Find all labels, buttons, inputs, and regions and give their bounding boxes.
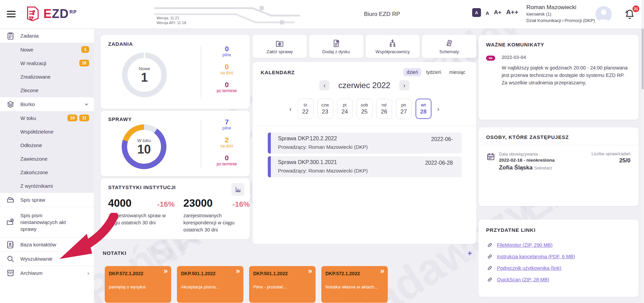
note-card[interactable]: » DKP.572.1.2022 Notatka własna w aktach… bbox=[321, 266, 388, 303]
stat-value: 2 bbox=[206, 136, 247, 144]
previous-month-button[interactable]: ‹ bbox=[319, 80, 329, 90]
add-note-button[interactable]: + bbox=[464, 247, 476, 260]
note-card[interactable]: » DKP.501.1.2022 Pilne - przesłać... bbox=[249, 266, 316, 303]
sidebar-item-wspoldzielone[interactable]: Współdzielone bbox=[0, 125, 94, 138]
hamburger-menu-icon[interactable] bbox=[7, 11, 16, 18]
note-card[interactable]: » DKP.572.1.2022 pamiętaj o wysyłce bbox=[105, 266, 171, 303]
card-title: OSOBY, KTÓRE ZASTĘPUJESZ bbox=[486, 134, 569, 140]
useful-link[interactable]: FileMonitor (ZIP, 290 MB) bbox=[487, 242, 552, 248]
tab-tydzien[interactable]: tydzień bbox=[423, 68, 444, 76]
event-title: Sprawa DKP.120.2.2022 bbox=[278, 136, 337, 142]
day-pill[interactable]: czw23 bbox=[317, 99, 333, 119]
useful-link[interactable]: Podręcznik użytkownika (link) bbox=[487, 265, 561, 271]
tab-dzien[interactable]: dzień bbox=[403, 68, 421, 76]
day-pill[interactable]: sob25 bbox=[357, 99, 373, 119]
scrollbar-thumb[interactable] bbox=[642, 28, 644, 89]
next-days-button[interactable]: › bbox=[435, 105, 442, 113]
sidebar-item-baza-kontaktow[interactable]: Baza kontaktów bbox=[0, 237, 94, 251]
substituted-person-role: Sekretarz bbox=[534, 166, 552, 170]
sidebar-item-label: Zrealizowane bbox=[20, 74, 89, 80]
validity-label: Data obowiązywania bbox=[499, 151, 555, 157]
font-size-small-button[interactable]: A bbox=[472, 8, 481, 17]
link-label[interactable]: FileMonitor (ZIP, 290 MB) bbox=[497, 242, 552, 248]
event-owner: Prowadzący: Roman Mazowiecki (DKP) bbox=[278, 144, 368, 150]
sidebar-item-spis-spraw[interactable]: Spis spraw bbox=[0, 193, 94, 207]
open-note-icon[interactable]: » bbox=[380, 267, 384, 276]
day-pill-selected[interactable]: wt28 bbox=[416, 99, 431, 119]
stat-label: na dziś bbox=[206, 70, 247, 75]
link-label[interactable]: Instrukcja kancelaryjna (PDF, 6 MB) bbox=[497, 254, 575, 259]
month-title: czerwiec 2022 bbox=[338, 81, 390, 90]
note-card[interactable]: » DKP.501.1.2022 Akceptacja pisma... bbox=[177, 266, 243, 303]
useful-link[interactable]: QuickScan (ZIP, 28 MB) bbox=[487, 277, 549, 283]
day-pill[interactable]: nd26 bbox=[376, 99, 392, 119]
calendar-event[interactable]: Sprawa DKP.300.1.2021 Prowadzący: Roman … bbox=[268, 156, 462, 177]
action-zaloz-sprawe[interactable]: Załóż sprawę bbox=[253, 35, 307, 58]
event-accent-bar bbox=[268, 133, 271, 154]
open-note-icon[interactable]: » bbox=[236, 267, 240, 276]
sidebar-item-zlecone[interactable]: Zlecone bbox=[0, 83, 94, 97]
user-info[interactable]: Roman Mazowiecki kierownik (1) Dział Kom… bbox=[526, 4, 595, 24]
substitution-info: Data obowiązywania 2022-02-18 - nieokreś… bbox=[499, 151, 555, 171]
tab-miesiac[interactable]: miesiąc bbox=[446, 68, 469, 76]
next-month-button[interactable]: › bbox=[399, 80, 409, 90]
note-reference: DKP.501.1.2022 bbox=[253, 271, 311, 276]
open-note-icon[interactable]: » bbox=[308, 267, 312, 276]
link-label[interactable]: Podręcznik użytkownika (link) bbox=[497, 265, 561, 271]
sidebar-item-biurko[interactable]: Biurko bbox=[0, 97, 94, 111]
font-size-xlarge-button[interactable]: A++ bbox=[506, 8, 518, 17]
calendar-event[interactable]: Sprawa DKP.120.2.2022 Prowadzący: Roman … bbox=[268, 133, 462, 154]
announcement-message: W najbliższy piątek w godzinach 20:00 - … bbox=[502, 64, 630, 86]
sidebar-item-z-wyroznikami[interactable]: Z wyróżnikami bbox=[0, 179, 94, 193]
sidebar-item-archiwum[interactable]: Archiwum › bbox=[0, 266, 94, 280]
open-note-icon[interactable]: » bbox=[164, 267, 168, 276]
chevron-down-icon bbox=[84, 102, 89, 107]
coworkers-icon bbox=[388, 39, 397, 48]
sidebar-item-spis-pism[interactable]: Spis pism niestanowiących akt sprawy bbox=[0, 207, 94, 237]
stat-delta: -16% bbox=[233, 200, 250, 209]
note-text: Notatka własna w aktach... bbox=[325, 284, 384, 289]
notifications-bell[interactable]: 31 bbox=[624, 8, 639, 23]
day-pill[interactable]: pn27 bbox=[396, 99, 412, 119]
sidebar-item-w-toku[interactable]: W toku1011 bbox=[0, 111, 94, 125]
previous-days-button[interactable]: ‹ bbox=[287, 105, 294, 113]
sidebar-item-zakonczone[interactable]: Zakończone bbox=[0, 165, 94, 179]
announcements-card: WAŻNE KOMUNIKATY 2022-03-04 W najbliższy… bbox=[479, 35, 639, 120]
sidebar-item-zadania[interactable]: Zadania bbox=[0, 28, 94, 43]
link-label[interactable]: QuickScan (ZIP, 28 MB) bbox=[497, 277, 549, 282]
stat-label: po terminie bbox=[206, 162, 247, 166]
day-pill[interactable]: pt24 bbox=[337, 99, 353, 119]
top-bar: EZDRP Wersja: 11.21 Wersja API: 11.18 Bi… bbox=[0, 0, 644, 28]
action-wspolpracownicy[interactable]: Współpracownicy bbox=[366, 35, 420, 58]
font-size-large-button[interactable]: A+ bbox=[494, 9, 501, 17]
day-pill[interactable]: śr22 bbox=[298, 99, 314, 119]
add-document-icon bbox=[332, 39, 341, 48]
divider bbox=[201, 120, 201, 169]
announcement-date: 2022-03-04 bbox=[502, 55, 630, 60]
useful-link[interactable]: Instrukcja kancelaryjna (PDF, 6 MB) bbox=[487, 254, 575, 260]
chart-button[interactable] bbox=[232, 183, 244, 196]
new-case-folder-icon bbox=[275, 39, 284, 48]
sidebar-item-wyszukiwanie[interactable]: Wyszukiwanie bbox=[0, 251, 94, 266]
avatar[interactable] bbox=[596, 6, 612, 22]
link-icon bbox=[487, 254, 493, 260]
ezd-logo-icon bbox=[25, 5, 40, 22]
font-size-normal-button[interactable]: A bbox=[486, 11, 489, 17]
sidebar-item-odlozone[interactable]: Odłożone bbox=[0, 138, 94, 152]
sidebar-item-w-realizacji[interactable]: W realizacji16 bbox=[0, 56, 94, 70]
event-date: 2022-06- bbox=[431, 136, 453, 142]
sidebar-item-zawieszone[interactable]: Zawieszone bbox=[0, 152, 94, 165]
action-label: Współpracownicy bbox=[376, 49, 410, 54]
vertical-scrollbar[interactable] bbox=[641, 0, 644, 303]
sidebar-item-zrealizowane[interactable]: Zrealizowane bbox=[0, 70, 94, 83]
action-label: Załóż sprawę bbox=[266, 49, 293, 54]
action-dodaj-z-dysku[interactable]: Dodaj z dysku bbox=[309, 35, 363, 58]
chevron-right-icon: › bbox=[87, 270, 89, 276]
sidebar-item-nowe[interactable]: Nowe1 bbox=[0, 43, 94, 56]
action-schematy[interactable]: Schematy bbox=[422, 35, 476, 58]
donut-center-value: 1 bbox=[141, 71, 148, 84]
bar-chart-icon bbox=[235, 186, 241, 193]
count-label: Liczba spraw/zadań bbox=[591, 151, 630, 156]
action-label: Dodaj z dysku bbox=[322, 49, 350, 54]
sidebar-item-label: Archiwum bbox=[20, 270, 87, 277]
